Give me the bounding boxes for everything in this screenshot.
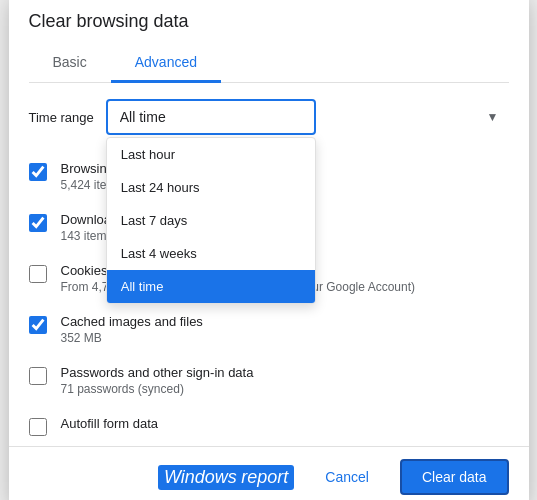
dialog-body: Time range Last hour Last 24 hours Last … (9, 83, 529, 446)
checkbox-passwords-title: Passwords and other sign-in data (61, 365, 254, 380)
clear-browsing-data-dialog: Clear browsing data Basic Advanced Time … (9, 0, 529, 500)
checkbox-passwords-desc: 71 passwords (synced) (61, 382, 254, 396)
time-range-row: Time range Last hour Last 24 hours Last … (29, 99, 509, 135)
checkbox-autofill-title: Autofill form data (61, 416, 159, 431)
checkbox-browsing[interactable] (29, 163, 47, 181)
dropdown-item-last-7[interactable]: Last 7 days (107, 204, 315, 237)
checkbox-item-autofill: Autofill form data (29, 406, 509, 446)
checkbox-autofill[interactable] (29, 418, 47, 436)
dropdown-item-all-time[interactable]: All time (107, 270, 315, 303)
dialog-footer: Windows report Cancel Clear data (9, 446, 529, 500)
checkbox-item-passwords: Passwords and other sign-in data 71 pass… (29, 355, 509, 406)
dropdown-menu: Last hour Last 24 hours Last 7 days Last… (106, 137, 316, 304)
checkbox-cached-title: Cached images and files (61, 314, 203, 329)
tab-advanced[interactable]: Advanced (111, 44, 221, 83)
checkbox-cached-desc: 352 MB (61, 331, 203, 345)
checkbox-cookies[interactable] (29, 265, 47, 283)
cancel-button[interactable]: Cancel (304, 460, 390, 494)
dialog-header: Clear browsing data Basic Advanced (9, 0, 529, 83)
clear-data-button[interactable]: Clear data (400, 459, 509, 495)
tabs-bar: Basic Advanced (29, 44, 509, 83)
time-range-select[interactable]: Last hour Last 24 hours Last 7 days Last… (106, 99, 316, 135)
time-range-dropdown-wrapper: Last hour Last 24 hours Last 7 days Last… (106, 99, 509, 135)
checkbox-cached[interactable] (29, 316, 47, 334)
dialog-title: Clear browsing data (29, 11, 509, 32)
checkbox-passwords[interactable] (29, 367, 47, 385)
dropdown-arrow-icon: ▼ (487, 110, 499, 124)
dropdown-item-last-24[interactable]: Last 24 hours (107, 171, 315, 204)
brand-windows-text: Windows (164, 467, 237, 487)
brand-logo: Windows report (158, 465, 294, 490)
time-range-label: Time range (29, 110, 94, 125)
checkbox-downloads[interactable] (29, 214, 47, 232)
checkbox-item-cached: Cached images and files 352 MB (29, 304, 509, 355)
tab-basic[interactable]: Basic (29, 44, 111, 83)
brand-report-text: report (241, 467, 288, 487)
dropdown-item-last-4w[interactable]: Last 4 weeks (107, 237, 315, 270)
dropdown-item-last-hour[interactable]: Last hour (107, 138, 315, 171)
